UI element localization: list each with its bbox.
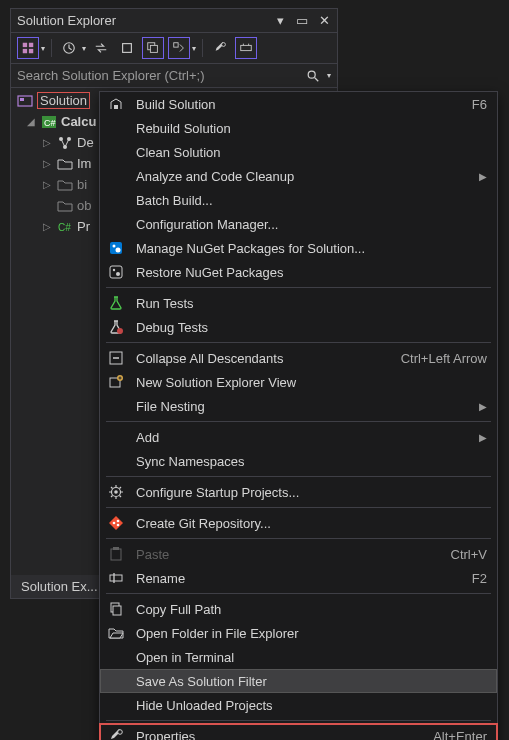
gear-icon <box>106 484 126 500</box>
svg-point-28 <box>113 269 115 271</box>
tree-item-label: Pr <box>77 219 90 234</box>
menu-item-label: Rename <box>136 571 462 586</box>
solution-icon <box>17 93 33 109</box>
chevron-down-icon[interactable]: ▾ <box>327 71 331 80</box>
menu-item-label: Save As Solution Filter <box>136 674 487 689</box>
menu-separator <box>106 287 491 288</box>
menu-item-copy-full-path[interactable]: Copy Full Path <box>100 597 497 621</box>
menu-item-properties[interactable]: PropertiesAlt+Enter <box>100 724 497 740</box>
menu-item-label: Add <box>136 430 461 445</box>
menu-item-label: Properties <box>136 729 423 741</box>
menu-item-manage-nuget-packages-for-solution[interactable]: Manage NuGet Packages for Solution... <box>100 236 497 260</box>
expand-icon[interactable]: ◢ <box>25 116 37 127</box>
expand-icon[interactable]: ▷ <box>41 179 53 190</box>
preview-button[interactable] <box>235 37 257 59</box>
svg-rect-8 <box>174 43 178 47</box>
menu-item-open-in-terminal[interactable]: Open in Terminal <box>100 645 497 669</box>
menu-item-debug-tests[interactable]: Debug Tests <box>100 315 497 339</box>
menu-item-label: Configuration Manager... <box>136 217 487 232</box>
menu-item-file-nesting[interactable]: File Nesting▶ <box>100 394 497 418</box>
expand-icon[interactable]: ▷ <box>41 221 53 232</box>
svg-point-48 <box>117 520 120 523</box>
menu-item-add[interactable]: Add▶ <box>100 425 497 449</box>
svg-rect-10 <box>241 45 252 50</box>
search-row[interactable]: Search Solution Explorer (Ctrl+;) ▾ <box>11 64 337 88</box>
svg-rect-0 <box>23 43 27 47</box>
menu-item-shortcut: Ctrl+Left Arrow <box>401 351 487 366</box>
menu-item-label: Sync Namespaces <box>136 454 487 469</box>
pending-changes-button[interactable] <box>168 37 190 59</box>
menu-item-analyze-and-code-cleanup[interactable]: Analyze and Code Cleanup▶ <box>100 164 497 188</box>
wrench-icon <box>106 728 126 740</box>
menu-separator <box>106 593 491 594</box>
sync-button[interactable] <box>90 37 112 59</box>
menu-item-shortcut: Ctrl+V <box>451 547 487 562</box>
window-controls: ▾ ▭ ✕ <box>273 13 331 28</box>
copy-icon <box>106 601 126 617</box>
svg-rect-1 <box>29 43 33 47</box>
menu-item-hide-unloaded-projects[interactable]: Hide Unloaded Projects <box>100 693 497 717</box>
tree-item-label: bi <box>77 177 87 192</box>
maximize-icon[interactable]: ▭ <box>295 13 309 28</box>
chevron-down-icon[interactable]: ▾ <box>82 44 86 53</box>
menu-item-sync-namespaces[interactable]: Sync Namespaces <box>100 449 497 473</box>
menu-item-configuration-manager[interactable]: Configuration Manager... <box>100 212 497 236</box>
svg-point-13 <box>308 71 315 78</box>
svg-line-46 <box>120 487 122 489</box>
dropdown-icon[interactable]: ▾ <box>273 13 287 28</box>
toolbar-separator <box>51 39 52 57</box>
project-label: Calcu <box>61 114 96 129</box>
expand-icon[interactable]: ▷ <box>41 137 53 148</box>
svg-point-26 <box>116 248 121 253</box>
menu-item-restore-nuget-packages[interactable]: Restore NuGet Packages <box>100 260 497 284</box>
menu-item-label: Run Tests <box>136 296 487 311</box>
solution-label: Solution <box>37 92 90 109</box>
chevron-down-icon[interactable]: ▾ <box>192 44 196 53</box>
menu-item-open-folder-in-file-explorer[interactable]: Open Folder in File Explorer <box>100 621 497 645</box>
menu-item-label: New Solution Explorer View <box>136 375 487 390</box>
svg-rect-51 <box>113 547 119 550</box>
menu-item-build-solution[interactable]: Build SolutionF6 <box>100 92 497 116</box>
collapse-all-button[interactable] <box>142 37 164 59</box>
menu-item-save-as-solution-filter[interactable]: Save As Solution Filter <box>100 669 497 693</box>
svg-line-43 <box>111 487 113 489</box>
svg-rect-3 <box>29 49 33 53</box>
svg-line-45 <box>111 496 113 498</box>
menu-item-label: Collapse All Descendants <box>136 351 391 366</box>
search-icon[interactable] <box>301 69 325 83</box>
tree-item-label: ob <box>77 198 91 213</box>
chevron-down-icon[interactable]: ▾ <box>41 44 45 53</box>
menu-item-configure-startup-projects[interactable]: Configure Startup Projects... <box>100 480 497 504</box>
menu-item-label: Analyze and Code Cleanup <box>136 169 461 184</box>
menu-item-label: Open Folder in File Explorer <box>136 626 487 641</box>
expand-icon[interactable]: ▷ <box>41 158 53 169</box>
panel-footer-tab[interactable]: Solution Ex... <box>10 575 109 599</box>
paste-icon <box>106 546 126 562</box>
panel-title-text: Solution Explorer <box>17 13 116 28</box>
search-placeholder: Search Solution Explorer (Ctrl+;) <box>17 68 301 83</box>
svg-rect-7 <box>150 45 157 52</box>
menu-item-new-solution-explorer-view[interactable]: New Solution Explorer View <box>100 370 497 394</box>
svg-point-56 <box>118 730 123 735</box>
panel-titlebar: Solution Explorer ▾ ▭ ✕ <box>11 9 337 33</box>
menu-item-rebuild-solution[interactable]: Rebuild Solution <box>100 116 497 140</box>
properties-button[interactable] <box>209 37 231 59</box>
menu-item-collapse-all-descendants[interactable]: Collapse All DescendantsCtrl+Left Arrow <box>100 346 497 370</box>
menu-item-rename[interactable]: RenameF2 <box>100 566 497 590</box>
menu-item-label: Manage NuGet Packages for Solution... <box>136 241 487 256</box>
home-views-button[interactable] <box>17 37 39 59</box>
menu-item-clean-solution[interactable]: Clean Solution <box>100 140 497 164</box>
menu-separator <box>106 342 491 343</box>
menu-item-create-git-repository[interactable]: Create Git Repository... <box>100 511 497 535</box>
csharp-file-icon: C# <box>57 219 73 235</box>
menu-item-label: Clean Solution <box>136 145 487 160</box>
close-icon[interactable]: ✕ <box>317 13 331 28</box>
menu-item-run-tests[interactable]: Run Tests <box>100 291 497 315</box>
svg-text:C#: C# <box>58 222 71 233</box>
rename-icon <box>106 570 126 586</box>
toolbar-separator <box>202 39 203 57</box>
history-button[interactable] <box>58 37 80 59</box>
menu-item-label: Copy Full Path <box>136 602 487 617</box>
show-all-button[interactable] <box>116 37 138 59</box>
menu-item-batch-build[interactable]: Batch Build... <box>100 188 497 212</box>
